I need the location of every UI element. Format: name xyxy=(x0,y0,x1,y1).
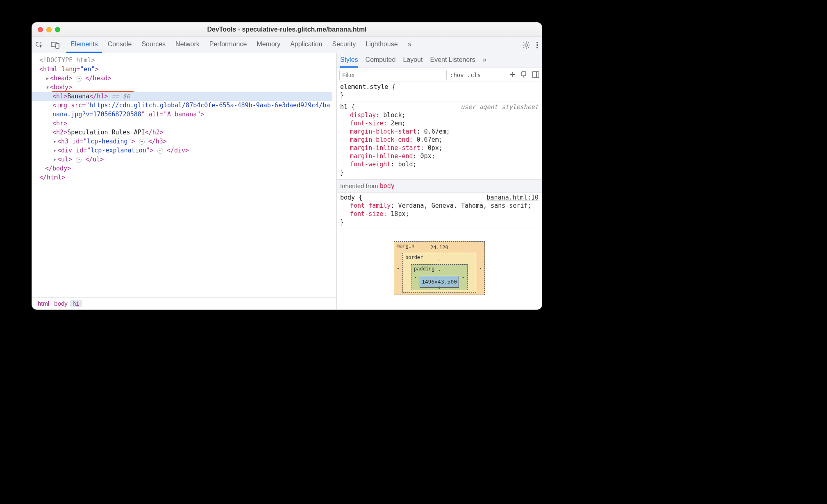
dom-h2[interactable]: <h2>Speculation Rules API</h2> xyxy=(39,128,332,137)
styles-tabs: Styles Computed Layout Event Listeners » xyxy=(337,53,542,68)
devtools-window: DevTools - speculative-rules.glitch.me/b… xyxy=(32,23,542,309)
titlebar: DevTools - speculative-rules.glitch.me/b… xyxy=(32,23,542,37)
styles-toolbar: :hov .cls xyxy=(337,68,542,82)
styles-filter-input[interactable] xyxy=(339,70,447,80)
dom-img-line2[interactable]: nana.jpg?v=1705668720588" alt="A banana"… xyxy=(39,110,332,119)
dom-html-open[interactable]: <html lang="en"> xyxy=(39,65,332,74)
maximize-window-button[interactable] xyxy=(55,27,60,32)
styles-panel: Styles Computed Layout Event Listeners »… xyxy=(337,53,542,309)
settings-gear-icon[interactable] xyxy=(522,41,530,49)
svg-rect-8 xyxy=(532,72,539,77)
tab-performance[interactable]: Performance xyxy=(205,37,251,53)
svg-point-5 xyxy=(536,44,538,46)
hov-toggle[interactable]: :hov xyxy=(450,72,464,78)
elements-panel: ⋯ <!DOCTYPE html> <html lang="en"> ▸<hea… xyxy=(32,53,337,309)
close-window-button[interactable] xyxy=(38,27,43,32)
breadcrumb-html[interactable]: html xyxy=(35,300,52,307)
tab-security[interactable]: Security xyxy=(328,37,360,53)
styles-tab-computed[interactable]: Computed xyxy=(366,53,396,68)
tab-lighthouse[interactable]: Lighthouse xyxy=(361,37,402,53)
dom-doctype[interactable]: <!DOCTYPE html> xyxy=(39,56,332,65)
styles-tab-layout[interactable]: Layout xyxy=(403,53,423,68)
breadcrumb: html body h1 xyxy=(32,297,336,309)
window-title: DevTools - speculative-rules.glitch.me/b… xyxy=(32,26,542,33)
kebab-menu-icon[interactable] xyxy=(536,41,538,49)
dom-body-close[interactable]: </body> xyxy=(39,164,332,173)
styles-tab-styles[interactable]: Styles xyxy=(340,53,358,68)
cls-toggle[interactable]: .cls xyxy=(467,72,481,78)
dom-selected-h1[interactable]: <h1>Banana</h1> == $0 xyxy=(39,92,332,101)
dom-img-line1[interactable]: <img src="https://cdn.glitch.global/87b4… xyxy=(39,101,332,110)
main-toolbar: Elements Console Sources Network Perform… xyxy=(32,37,542,53)
inspect-icon[interactable] xyxy=(35,41,44,50)
rule-body[interactable]: body {banana.html:10 font-family: Verdan… xyxy=(337,193,542,229)
rule-element-style[interactable]: element.style { } xyxy=(337,82,542,102)
dom-head[interactable]: ▸<head> ⋯ </head> xyxy=(39,74,332,83)
dom-ul[interactable]: ▸<ul> ⋯ </ul> xyxy=(39,155,332,164)
dom-tree[interactable]: ⋯ <!DOCTYPE html> <html lang="en"> ▸<hea… xyxy=(32,53,336,297)
styles-tab-eventlisteners[interactable]: Event Listeners xyxy=(430,53,475,68)
dom-html-close[interactable]: </html> xyxy=(39,173,332,182)
tab-memory[interactable]: Memory xyxy=(252,37,284,53)
svg-rect-2 xyxy=(56,43,59,48)
source-link[interactable]: banana.html:10 xyxy=(487,193,538,202)
tab-sources[interactable]: Sources xyxy=(137,37,170,53)
box-model-content: 1496×43.500 xyxy=(420,276,459,288)
minimize-window-button[interactable] xyxy=(46,27,52,32)
dom-hr[interactable]: <hr> xyxy=(39,119,332,128)
main-tabs: Elements Console Sources Network Perform… xyxy=(66,37,516,53)
svg-point-6 xyxy=(536,47,538,48)
window-controls xyxy=(38,27,60,32)
tab-elements[interactable]: Elements xyxy=(66,37,102,53)
svg-rect-7 xyxy=(522,72,526,76)
svg-point-4 xyxy=(536,42,538,43)
dom-h3[interactable]: ▸<h3 id="lcp-heading"> ⋯ </h3> xyxy=(39,137,332,146)
styles-tabs-overflow-icon[interactable]: » xyxy=(483,53,486,68)
device-toggle-icon[interactable] xyxy=(51,41,60,50)
computed-sidebar-toggle-icon[interactable] xyxy=(532,71,539,79)
dom-div[interactable]: ▸<div id="lcp-explanation"> ⋯ </div> xyxy=(39,146,332,155)
tab-application[interactable]: Application xyxy=(286,37,326,53)
tab-network[interactable]: Network xyxy=(171,37,204,53)
new-style-rule-icon[interactable] xyxy=(509,71,516,79)
tabs-overflow-icon[interactable]: » xyxy=(404,37,416,53)
breadcrumb-body[interactable]: body xyxy=(52,300,70,307)
ua-stylesheet-label: user agent stylesheet xyxy=(461,103,538,111)
toggle-common-rendering-icon[interactable] xyxy=(520,71,527,79)
svg-point-3 xyxy=(525,44,527,46)
tab-console[interactable]: Console xyxy=(104,37,136,53)
dom-body-open[interactable]: ▾<body> xyxy=(39,83,332,92)
inherited-from-header: Inherited from body xyxy=(337,179,542,193)
breadcrumb-h1[interactable]: h1 xyxy=(70,300,82,307)
box-model-diagram[interactable]: margin - - 24.120 border - - - padding - xyxy=(337,229,542,309)
rule-h1[interactable]: h1 {user agent stylesheet display: block… xyxy=(337,102,542,179)
